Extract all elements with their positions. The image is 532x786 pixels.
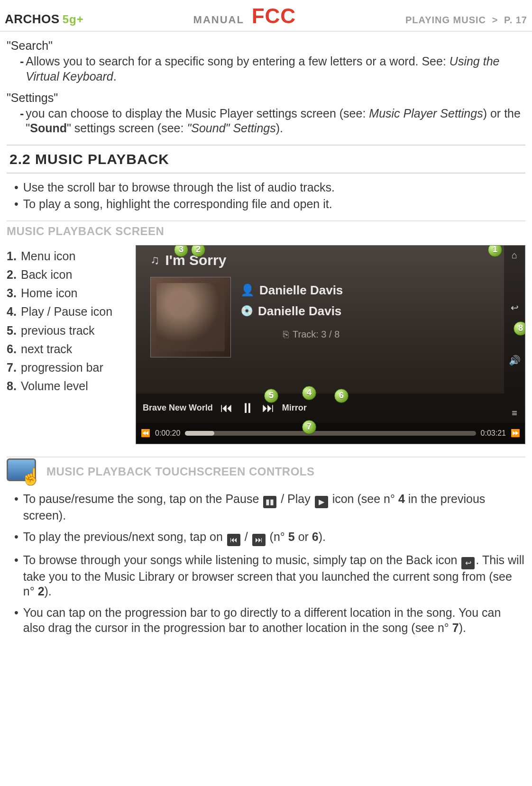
callout-7: 7 [302, 420, 316, 434]
play-icon: ▶ [315, 496, 328, 508]
callout-8: 8 [514, 321, 525, 336]
next-icon: ⏭ [252, 534, 266, 546]
list-item: • To pause/resume the song, tap on the P… [12, 492, 525, 523]
volume-icon: 🔊 [509, 355, 521, 366]
list-item: • To browse through your songs while lis… [12, 553, 525, 599]
legend-item: Play / Pause icon [21, 304, 112, 319]
callout-1: 1 [488, 245, 502, 257]
list-item: • To play the previous/next song, tap on… [12, 530, 525, 546]
playback-screenshot: 3 2 1 8 5 4 6 7 ♫ I'm Sorry 👤 Danielle D… [136, 245, 525, 444]
callout-4: 4 [302, 386, 316, 400]
list-item: • You can tap on the progression bar to … [12, 605, 525, 635]
menu-icon: ≡ [512, 407, 517, 419]
touchscreen-heading-row: ☝ MUSIC PLAYBACK TOUCHSCREEN CONTROLS [7, 457, 525, 485]
bullet-text: Use the scroll bar to browse through the… [23, 180, 335, 195]
legend-item: Menu icon [21, 249, 75, 264]
page-header: ARCHOS 5g+ MANUAL FCC PLAYING MUSIC > P.… [0, 0, 532, 32]
legend-item: progression bar [21, 360, 103, 375]
next-track-label: Mirror [282, 402, 307, 413]
album-art [150, 277, 231, 357]
progress-bar [185, 431, 476, 436]
track-count: ⎘ Track: 3 / 8 [283, 329, 339, 340]
touchscreen-heading: MUSIC PLAYBACK TOUCHSCREEN CONTROLS [46, 465, 315, 479]
legend-item: Volume level [21, 379, 88, 393]
artist-row: 👤 Danielle Davis [240, 283, 343, 298]
section-2-2-bar: 2.2 MUSIC PLAYBACK [7, 145, 525, 174]
now-playing-title-row: ♫ I'm Sorry [150, 251, 226, 269]
legend-item: next track [21, 342, 72, 356]
brand-logo: ARCHOS [5, 11, 60, 27]
playback-legend: 1.Menu icon 2.Back icon 3.Home icon 4.Pl… [7, 245, 130, 398]
model-label: 5g+ [63, 12, 84, 27]
music-note-icon: ♫ [150, 252, 160, 268]
bullet-text: To play a song, highlight the correspond… [23, 197, 332, 211]
settings-description: - you can choose to display the Music Pl… [20, 106, 525, 136]
playback-screen-row: 1.Menu icon 2.Back icon 3.Home icon 4.Pl… [7, 245, 525, 444]
fcc-label: FCC [252, 4, 296, 27]
section-2-2-title: 2.2 MUSIC PLAYBACK [9, 150, 523, 168]
playback-screen-heading: MUSIC PLAYBACK SCREEN [7, 220, 525, 238]
back-icon: ↩ [511, 302, 519, 314]
prev-icon: ⏮ [220, 400, 233, 416]
manual-label: MANUAL FCC [84, 3, 405, 29]
search-term: "Search" [7, 38, 525, 53]
touchscreen-bullets: • To pause/resume the song, tap on the P… [12, 492, 525, 635]
total-time: 0:03:21 [481, 429, 506, 438]
disc-icon: 💿 [240, 304, 253, 318]
page-content: "Search" - Allows you to search for a sp… [0, 32, 532, 651]
legend-item: previous track [21, 323, 95, 338]
album-row: 💿 Danielle Davis [240, 303, 341, 319]
breadcrumb: PLAYING MUSIC > P. 17 [405, 14, 527, 26]
pause-icon: ▮▮ [263, 496, 276, 508]
back-icon: ↩ [461, 557, 475, 569]
fast-forward-icon: ⏩ [511, 429, 520, 438]
legend-item: Back icon [21, 267, 72, 282]
legend-item: Home icon [21, 286, 78, 301]
home-icon: ⌂ [512, 249, 517, 261]
player-controls-row: Brave New World ⏮ ⏸ ⏭ Mirror [136, 393, 504, 423]
progress-bar-row: ⏪ 0:00:20 0:03:21 ⏩ [136, 423, 525, 444]
prev-track-label: Brave New World [143, 402, 213, 413]
touchscreen-icon: ☝ [7, 458, 40, 485]
pause-icon: ⏸ [240, 399, 255, 417]
person-icon: 👤 [240, 283, 255, 297]
elapsed-time: 0:00:20 [155, 429, 180, 438]
search-description: - Allows you to search for a specific so… [20, 54, 525, 84]
callout-6: 6 [334, 389, 349, 403]
track-icon: ⎘ [283, 329, 289, 340]
prev-icon: ⏮ [227, 534, 240, 546]
settings-term: "Settings" [7, 91, 525, 105]
rewind-icon: ⏪ [141, 429, 150, 438]
callout-5: 5 [264, 389, 278, 403]
section-2-2-bullets: •Use the scroll bar to browse through th… [12, 180, 525, 212]
